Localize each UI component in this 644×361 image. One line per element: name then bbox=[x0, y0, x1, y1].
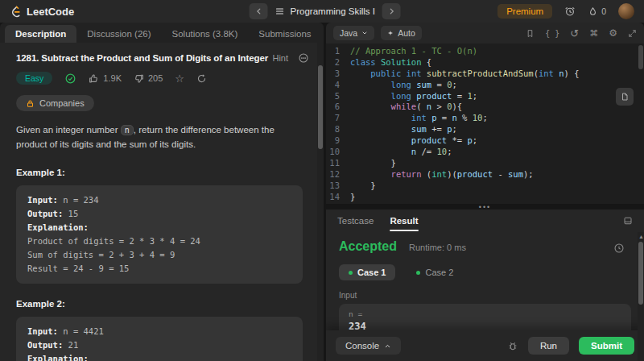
case-1-button[interactable]: Case 1 bbox=[339, 264, 395, 280]
flame-icon bbox=[588, 6, 598, 17]
format-code-icon[interactable]: { } bbox=[545, 29, 559, 38]
code-text: n /= 10; bbox=[350, 147, 452, 158]
example-block: Input: n = 4421Output: 21Explanation: Pr… bbox=[16, 317, 303, 361]
hint-link[interactable]: Hint bbox=[272, 53, 288, 63]
code-text: long sum = 0; bbox=[350, 80, 457, 91]
description-scrollbar-thumb[interactable] bbox=[318, 65, 323, 149]
cases-row: Case 1 Case 2 bbox=[339, 264, 631, 280]
copy-code-button[interactable] bbox=[616, 88, 634, 106]
auto-complete-toggle[interactable]: Auto bbox=[381, 26, 422, 40]
code-line[interactable]: 9 product *= p; bbox=[326, 135, 644, 147]
like-button[interactable]: 1.9K bbox=[89, 73, 122, 84]
code-line[interactable]: 10 n /= 10; bbox=[326, 147, 644, 158]
panel-resize-handle[interactable]: ••• bbox=[326, 204, 644, 210]
language-selector[interactable]: Java bbox=[333, 26, 374, 40]
problem-title: 1281. Subtract the Product and Sum of Di… bbox=[16, 53, 303, 63]
tab-description[interactable]: Description bbox=[5, 25, 76, 43]
shortcuts-icon[interactable]: ⌘ bbox=[589, 28, 598, 39]
dock-panel-icon[interactable] bbox=[623, 216, 633, 226]
submit-button[interactable]: Submit bbox=[579, 337, 634, 355]
streak-counter[interactable]: 0 bbox=[588, 6, 606, 17]
example-line: Input: n = 234 bbox=[27, 193, 291, 207]
favorite-button[interactable]: ☆ bbox=[175, 73, 184, 85]
code-line[interactable]: 4 long sum = 0; bbox=[326, 80, 644, 91]
example-line: Input: n = 4421 bbox=[27, 325, 291, 338]
code-line[interactable]: 13 } bbox=[326, 180, 644, 192]
avatar[interactable] bbox=[618, 3, 634, 19]
top-header: LeetCode Programming Skills I Premium 0 bbox=[0, 0, 644, 23]
case-pass-dot bbox=[416, 271, 420, 275]
code-line[interactable]: 5 long product = 1; bbox=[326, 91, 644, 102]
run-button[interactable]: Run bbox=[528, 337, 569, 355]
debug-icon[interactable] bbox=[507, 340, 518, 351]
timer-button[interactable] bbox=[564, 6, 576, 17]
code-text: class Solution { bbox=[350, 57, 431, 68]
description-tab-bar: Description Discussion (26) Solutions (3… bbox=[0, 23, 324, 43]
brand-text: LeetCode bbox=[27, 6, 74, 18]
premium-button[interactable]: Premium bbox=[497, 4, 552, 19]
example-block: Input: n = 234Output: 15Explanation: Pro… bbox=[16, 185, 303, 284]
workspace: Description Discussion (26) Solutions (3… bbox=[0, 23, 644, 361]
tab-result[interactable]: Result bbox=[390, 210, 418, 232]
example-line: Sum of digits = 2 + 3 + 4 = 9 bbox=[27, 248, 291, 262]
hint-row: Hint bbox=[272, 52, 309, 64]
auto-label: Auto bbox=[398, 28, 415, 38]
result-panel: Testcase Result Accepted Runtime: 0 ms bbox=[326, 210, 644, 361]
runtime-text: Runtime: 0 ms bbox=[409, 243, 466, 252]
editor-toolbar: Java Auto { } ↺ ⌘ bbox=[326, 23, 644, 44]
code-line[interactable]: 2class Solution { bbox=[326, 57, 644, 68]
streak-count: 0 bbox=[601, 6, 606, 16]
line-number: 6 bbox=[326, 102, 350, 113]
editor-column: Java Auto { } ↺ ⌘ bbox=[326, 23, 644, 361]
like-count: 1.9K bbox=[103, 73, 122, 83]
line-number: 13 bbox=[326, 180, 350, 192]
code-text: sum += p; bbox=[350, 124, 457, 135]
companies-tag[interactable]: Companies bbox=[16, 95, 94, 111]
console-bar-right: Run Submit bbox=[507, 337, 634, 355]
code-text: // Approach 1 - TC - O(n) bbox=[350, 46, 477, 57]
case-2-button[interactable]: Case 2 bbox=[407, 264, 463, 280]
tab-discussion[interactable]: Discussion (26) bbox=[76, 25, 161, 43]
dislike-count: 205 bbox=[148, 73, 163, 83]
code-line[interactable]: 8 sum += p; bbox=[326, 124, 644, 135]
code-line[interactable]: 6 while( n > 0){ bbox=[326, 102, 644, 113]
difficulty-badge[interactable]: Easy bbox=[16, 72, 52, 85]
code-line[interactable]: 1// Approach 1 - TC - O(n) bbox=[326, 46, 644, 57]
code-line[interactable]: 14} bbox=[326, 192, 644, 203]
companies-label: Companies bbox=[39, 98, 85, 108]
example-line: Explanation: bbox=[27, 221, 291, 234]
line-number: 1 bbox=[326, 46, 350, 57]
share-icon bbox=[196, 73, 207, 84]
reset-code-icon[interactable]: ↺ bbox=[570, 27, 579, 39]
tab-submissions[interactable]: Submissions bbox=[248, 25, 321, 43]
related-topics-icon[interactable] bbox=[298, 52, 309, 64]
editor-scrollbar-thumb[interactable] bbox=[638, 45, 643, 69]
description-scrollbar[interactable] bbox=[317, 43, 324, 361]
course-title-group[interactable]: Programming Skills I bbox=[275, 6, 375, 16]
code-line[interactable]: 3 public int subtractProductAndSum(int n… bbox=[326, 68, 644, 80]
fullscreen-icon[interactable] bbox=[628, 29, 637, 38]
code-line[interactable]: 7 int p = n % 10; bbox=[326, 113, 644, 124]
editor-actions: { } ↺ ⌘ ⚙ bbox=[526, 27, 637, 39]
tab-solutions[interactable]: Solutions (3.8K) bbox=[162, 25, 249, 43]
editor-settings-icon[interactable]: ⚙ bbox=[609, 27, 617, 39]
next-problem-button[interactable] bbox=[382, 3, 401, 19]
leetcode-logo[interactable]: LeetCode bbox=[10, 5, 74, 18]
dislike-button[interactable]: 205 bbox=[134, 73, 163, 84]
example-line: Result = 24 - 9 = 15 bbox=[27, 262, 291, 276]
code-editor[interactable]: 1// Approach 1 - TC - O(n)2class Solutio… bbox=[326, 44, 644, 204]
result-scrollbar[interactable]: ▲ bbox=[638, 232, 644, 361]
description-panel: Description Discussion (26) Solutions (3… bbox=[0, 23, 324, 361]
prev-problem-button[interactable] bbox=[250, 3, 268, 19]
runtime-history-icon[interactable] bbox=[613, 243, 625, 254]
line-number: 4 bbox=[326, 80, 350, 91]
share-button[interactable] bbox=[196, 73, 207, 84]
scroll-up-arrow[interactable]: ▲ bbox=[638, 234, 643, 239]
course-nav: Programming Skills I bbox=[250, 3, 401, 19]
code-line[interactable]: 12 return (int)(product - sum); bbox=[326, 169, 644, 180]
bookmark-icon[interactable] bbox=[526, 29, 535, 38]
tab-testcase[interactable]: Testcase bbox=[337, 210, 374, 232]
result-scrollbar-thumb[interactable] bbox=[638, 242, 643, 305]
console-button[interactable]: Console bbox=[336, 337, 401, 355]
code-line[interactable]: 11 } bbox=[326, 158, 644, 169]
